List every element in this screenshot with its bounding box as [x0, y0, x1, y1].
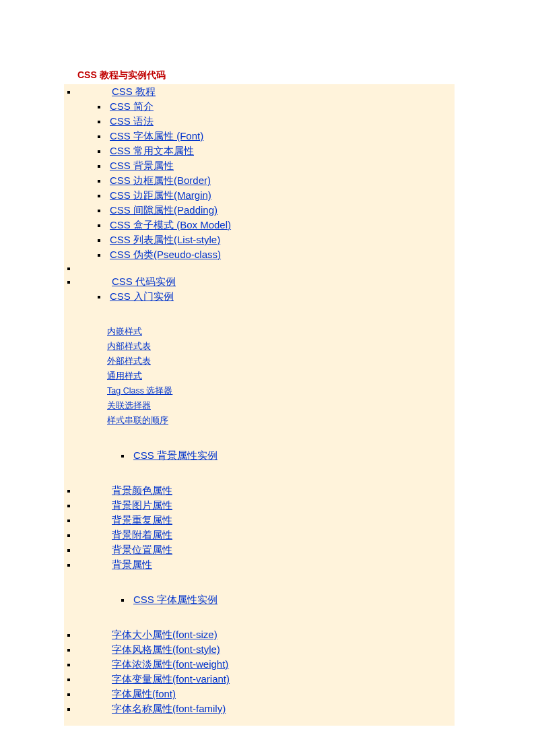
list-item: 通用样式	[64, 369, 455, 383]
list-item: Tag Class 选择器	[64, 383, 455, 398]
link-sub-intro[interactable]: CSS 入门实例	[110, 290, 174, 302]
link-item[interactable]: 背景位置属性	[112, 544, 172, 555]
list-item: 背景重复属性	[64, 513, 455, 528]
bullet-icon	[67, 281, 70, 284]
list-item: 外部样式表	[64, 354, 455, 369]
list-item: CSS 间隙属性(Padding)	[64, 203, 455, 218]
bullet-icon	[67, 564, 70, 567]
bullet-icon	[67, 708, 70, 711]
link-sub-font[interactable]: CSS 字体属性实例	[133, 594, 218, 605]
link-item[interactable]: 字体浓淡属性(font-weight)	[112, 658, 228, 670]
list-item: 字体属性(font)	[64, 687, 455, 701]
link-item[interactable]: 背景属性	[112, 559, 152, 570]
list-item: 字体大小属性(font-size)	[64, 627, 455, 642]
bullet-icon	[98, 254, 100, 257]
bullet-icon	[67, 649, 70, 652]
link-item[interactable]: CSS 边距属性(Margin)	[110, 189, 211, 201]
list-item: 字体风格属性(font-style)	[64, 642, 455, 657]
content-area: CSS 教程与实例代码 CSS 教程 CSS 简介 CSS 语法 CSS 字体属…	[64, 69, 455, 726]
bullet-icon	[67, 534, 70, 537]
list-item: CSS 背景属性	[64, 158, 455, 173]
link-css-examples[interactable]: CSS 代码实例	[112, 276, 176, 287]
subsection-head: CSS 入门实例	[64, 289, 455, 304]
link-item[interactable]: 字体名称属性(font-family)	[112, 703, 226, 714]
bullet-icon	[67, 634, 70, 637]
list-item: 关联选择器	[64, 398, 455, 413]
link-item[interactable]: 内嵌样式	[107, 327, 142, 336]
link-item[interactable]: 样式串联的顺序	[107, 416, 168, 425]
link-item[interactable]: CSS 字体属性 (Font)	[110, 130, 203, 141]
bullet-icon	[98, 165, 100, 168]
bullet-icon	[67, 267, 70, 270]
link-item[interactable]: CSS 背景属性	[110, 160, 174, 171]
link-item[interactable]: CSS 常用文本属性	[110, 145, 194, 156]
section-1-head: CSS 教程	[64, 84, 455, 99]
list-item: CSS 语法	[64, 114, 455, 129]
link-item[interactable]: CSS 间隙属性(Padding)	[110, 204, 218, 216]
link-item[interactable]: 内部样式表	[107, 342, 151, 351]
link-item[interactable]: CSS 边框属性(Border)	[110, 175, 211, 186]
list-item: CSS 常用文本属性	[64, 144, 455, 158]
empty-bullet	[64, 262, 455, 274]
bullet-icon	[98, 121, 100, 123]
list-item: 字体名称属性(font-family)	[64, 701, 455, 716]
bullet-icon	[67, 693, 70, 696]
bullet-icon	[98, 106, 100, 108]
link-item[interactable]: CSS 简介	[110, 100, 154, 112]
link-item[interactable]: CSS 列表属性(List-style)	[110, 234, 220, 245]
link-item[interactable]: 字体大小属性(font-size)	[112, 629, 218, 640]
list-item: 字体变量属性(font-variant)	[64, 672, 455, 687]
list-item: CSS 边距属性(Margin)	[64, 188, 455, 203]
list-item: 背景图片属性	[64, 498, 455, 513]
subsection-head: CSS 背景属性实例	[64, 448, 455, 463]
bullet-icon	[98, 239, 100, 242]
list-item: CSS 字体属性 (Font)	[64, 129, 455, 144]
page-title: CSS 教程与实例代码	[77, 69, 166, 80]
link-item[interactable]: 背景附着属性	[112, 529, 172, 540]
bullet-icon	[98, 195, 100, 197]
link-item[interactable]: 字体变量属性(font-variant)	[112, 673, 230, 685]
subsection-head: CSS 字体属性实例	[64, 592, 455, 607]
link-item[interactable]: CSS 语法	[110, 115, 154, 127]
bullet-icon	[98, 296, 100, 298]
link-item[interactable]: 字体风格属性(font-style)	[112, 643, 220, 655]
list-item: CSS 伪类(Pseudo-class)	[64, 247, 455, 262]
bullet-icon	[98, 180, 100, 183]
link-item[interactable]: 关联选择器	[107, 401, 151, 410]
list-item: CSS 边框属性(Border)	[64, 173, 455, 188]
link-css-tutorial[interactable]: CSS 教程	[112, 86, 156, 97]
link-item[interactable]: Tag Class 选择器	[107, 386, 172, 396]
bullet-icon	[98, 224, 100, 227]
link-item[interactable]: 背景重复属性	[112, 514, 172, 526]
bullet-icon	[121, 455, 124, 458]
list-item: CSS 盒子模式 (Box Model)	[64, 218, 455, 232]
link-item[interactable]: CSS 伪类(Pseudo-class)	[110, 249, 221, 260]
list-item: 背景位置属性	[64, 542, 455, 557]
list-item: 背景属性	[64, 557, 455, 572]
bullet-icon	[67, 549, 70, 552]
bullet-icon	[67, 519, 70, 522]
bullet-icon	[67, 505, 70, 507]
link-item[interactable]: 外部样式表	[107, 356, 151, 366]
bullet-icon	[67, 490, 70, 493]
list-item: 字体浓淡属性(font-weight)	[64, 657, 455, 672]
bullet-icon	[67, 91, 70, 94]
link-sub-bg[interactable]: CSS 背景属性实例	[133, 449, 218, 461]
section-2-head: CSS 代码实例	[64, 274, 455, 289]
bullet-icon	[98, 135, 100, 138]
list-item: 背景附着属性	[64, 528, 455, 542]
bullet-icon	[67, 679, 70, 681]
bullet-icon	[98, 150, 100, 153]
list-item: 背景颜色属性	[64, 483, 455, 498]
list-item: CSS 简介	[64, 99, 455, 114]
bullet-icon	[67, 664, 70, 666]
list-item: 样式串联的顺序	[64, 413, 455, 428]
link-item[interactable]: 通用样式	[107, 371, 142, 381]
link-item[interactable]: 背景颜色属性	[112, 484, 172, 496]
list-item: 内嵌样式	[64, 324, 455, 339]
link-item[interactable]: 背景图片属性	[112, 499, 172, 511]
bullet-icon	[121, 599, 124, 602]
link-item[interactable]: CSS 盒子模式 (Box Model)	[110, 219, 231, 230]
list-item: CSS 列表属性(List-style)	[64, 232, 455, 247]
link-item[interactable]: 字体属性(font)	[112, 688, 176, 699]
